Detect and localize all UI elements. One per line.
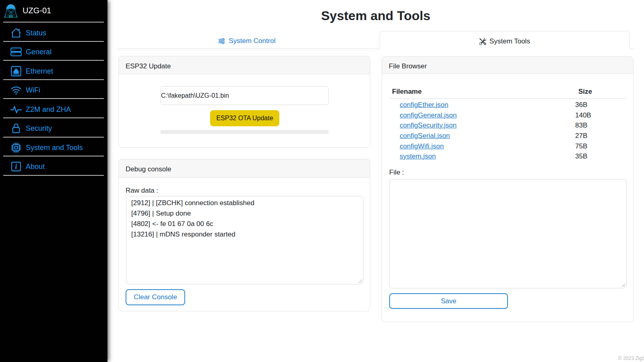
svg-text:i: i <box>15 162 17 171</box>
